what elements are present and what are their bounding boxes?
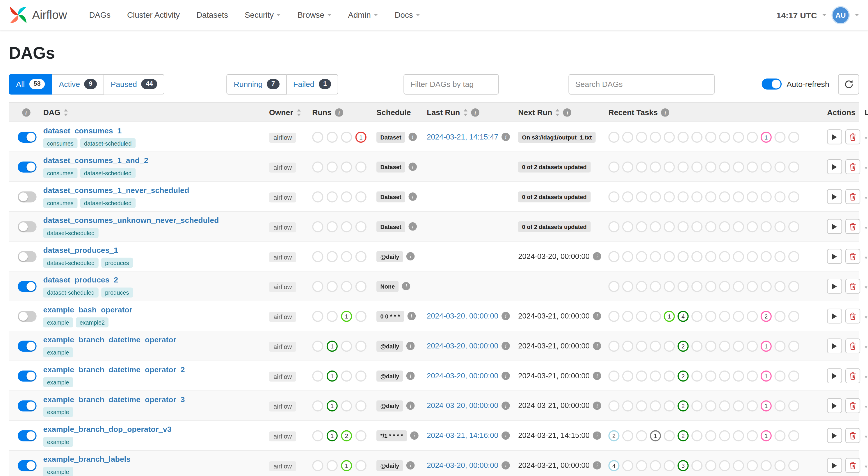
info-icon[interactable]: i <box>410 431 418 440</box>
run-status-circle-success[interactable] <box>327 311 338 322</box>
recent-task-circle-running[interactable] <box>664 400 675 411</box>
run-status-circle-failed[interactable] <box>355 400 367 411</box>
links-dropdown-icon[interactable]: ▾ <box>860 433 867 439</box>
recent-task-circle-removed[interactable] <box>622 191 633 202</box>
recent-task-circle-restarting[interactable] <box>705 430 716 441</box>
dag-pause-toggle[interactable] <box>18 281 37 292</box>
recent-task-circle-upstream_failed[interactable] <box>774 460 785 471</box>
run-status-circle-success[interactable] <box>327 221 338 232</box>
recent-task-circle-running[interactable] <box>664 340 675 351</box>
run-status-circle-running[interactable] <box>341 370 352 381</box>
recent-task-circle-restarting[interactable] <box>705 191 716 202</box>
recent-task-circle-upstream_failed[interactable] <box>774 221 785 232</box>
recent-task-circle-shutdown[interactable] <box>691 251 703 262</box>
info-icon[interactable]: i <box>563 108 571 116</box>
recent-task-circle-deferred[interactable] <box>788 221 799 232</box>
recent-task-circle-removed[interactable] <box>622 281 633 292</box>
recent-task-circle-failed[interactable] <box>719 281 730 292</box>
run-status-circle-running[interactable]: 1 <box>341 311 352 322</box>
sort-icon[interactable] <box>556 109 560 116</box>
recent-task-circle-queued[interactable] <box>650 221 661 232</box>
recent-task-circle-up_for_reschedule[interactable] <box>747 221 758 232</box>
recent-task-circle-running[interactable] <box>664 281 675 292</box>
recent-task-circle-success[interactable] <box>678 191 688 202</box>
recent-task-circle-success[interactable] <box>678 281 688 292</box>
run-status-circle-queued[interactable] <box>312 460 323 471</box>
run-status-circle-failed[interactable] <box>355 191 367 202</box>
info-icon[interactable]: i <box>501 461 510 470</box>
recent-task-circle-upstream_failed[interactable] <box>774 400 785 411</box>
last-run-link[interactable]: 2024-03-20, 00:00:00 <box>427 342 498 350</box>
recent-task-circle-upstream_failed[interactable] <box>774 251 785 262</box>
delete-dag-button[interactable] <box>845 249 860 264</box>
recent-task-circle-running[interactable] <box>664 131 675 142</box>
recent-task-circle-up_for_retry[interactable] <box>733 251 744 262</box>
recent-task-circle-restarting[interactable] <box>705 311 716 322</box>
filter-paused[interactable]: Paused44 <box>104 74 165 94</box>
run-status-circle-success[interactable] <box>327 281 338 292</box>
recent-task-circle-restarting[interactable] <box>705 281 716 292</box>
nav-item-dags[interactable]: DAGs <box>89 10 111 19</box>
delete-dag-button[interactable] <box>845 339 860 353</box>
recent-task-circle-up_for_reschedule[interactable] <box>747 281 758 292</box>
run-status-circle-failed[interactable] <box>355 251 367 262</box>
recent-task-circle-deferred[interactable] <box>788 191 799 202</box>
nav-item-datasets[interactable]: Datasets <box>196 10 228 19</box>
recent-task-circle-none[interactable] <box>608 400 619 411</box>
owner-badge[interactable]: airflow <box>269 431 297 441</box>
dag-link[interactable]: dataset_consumes_1_and_2 <box>43 156 148 165</box>
recent-task-circle-deferred[interactable] <box>788 460 799 471</box>
recent-task-circle-success[interactable] <box>678 221 688 232</box>
dag-link[interactable]: example_branch_datetime_operator <box>43 335 176 344</box>
recent-task-circle-success[interactable]: 2 <box>678 400 688 411</box>
recent-task-circle-upstream_failed[interactable] <box>774 430 785 441</box>
sort-icon[interactable] <box>64 109 68 116</box>
recent-task-circle-restarting[interactable] <box>705 400 716 411</box>
owner-badge[interactable]: airflow <box>269 192 297 202</box>
recent-task-circle-none[interactable]: 2 <box>608 430 619 441</box>
trigger-dag-button[interactable] <box>827 249 842 264</box>
recent-task-circle-removed[interactable] <box>622 400 633 411</box>
recent-task-circle-queued[interactable] <box>650 191 661 202</box>
recent-task-circle-up_for_retry[interactable] <box>733 221 744 232</box>
nav-item-admin[interactable]: Admin <box>348 10 378 19</box>
info-icon[interactable]: i <box>501 431 510 440</box>
recent-task-circle-failed[interactable] <box>719 460 730 471</box>
dag-link[interactable]: dataset_produces_2 <box>43 275 118 284</box>
info-icon[interactable]: i <box>661 108 670 116</box>
recent-task-circle-shutdown[interactable] <box>691 340 703 351</box>
dag-link[interactable]: example_bash_operator <box>43 305 132 314</box>
col-header-last-run[interactable]: Last Run <box>427 108 460 116</box>
chevron-down-icon[interactable] <box>855 14 859 16</box>
recent-task-circle-scheduled[interactable] <box>636 191 647 202</box>
dag-tag[interactable]: example <box>43 407 73 417</box>
delete-dag-button[interactable] <box>845 398 860 413</box>
trigger-dag-button[interactable] <box>827 339 842 353</box>
delete-dag-button[interactable] <box>845 189 860 204</box>
recent-task-circle-removed[interactable] <box>622 370 633 381</box>
recent-task-circle-running[interactable] <box>664 161 675 172</box>
delete-dag-button[interactable] <box>845 219 860 234</box>
recent-task-circle-queued[interactable] <box>650 281 661 292</box>
tag-filter-input[interactable] <box>404 74 499 94</box>
links-dropdown-icon[interactable]: ▾ <box>860 195 867 201</box>
recent-task-circle-running[interactable] <box>664 251 675 262</box>
delete-dag-button[interactable] <box>845 309 860 324</box>
recent-task-circle-removed[interactable] <box>622 251 633 262</box>
info-icon[interactable]: i <box>406 372 415 380</box>
filter-all[interactable]: All53 <box>9 74 52 94</box>
recent-task-circle-failed[interactable] <box>719 430 730 441</box>
run-status-circle-failed[interactable] <box>355 281 367 292</box>
sort-icon[interactable] <box>463 109 468 116</box>
recent-task-circle-scheduled[interactable] <box>636 460 647 471</box>
owner-badge[interactable]: airflow <box>269 163 297 172</box>
run-status-circle-queued[interactable] <box>312 430 323 441</box>
run-status-circle-success[interactable] <box>327 191 338 202</box>
recent-task-circle-up_for_retry[interactable] <box>733 460 744 471</box>
recent-task-circle-failed[interactable] <box>719 311 730 322</box>
recent-task-circle-restarting[interactable] <box>705 161 716 172</box>
dag-tag[interactable]: dataset-scheduled <box>80 168 135 178</box>
dag-link[interactable]: example_branch_labels <box>43 454 131 463</box>
run-status-circle-running[interactable]: 1 <box>341 460 352 471</box>
run-status-circle-success[interactable]: 1 <box>327 340 338 351</box>
